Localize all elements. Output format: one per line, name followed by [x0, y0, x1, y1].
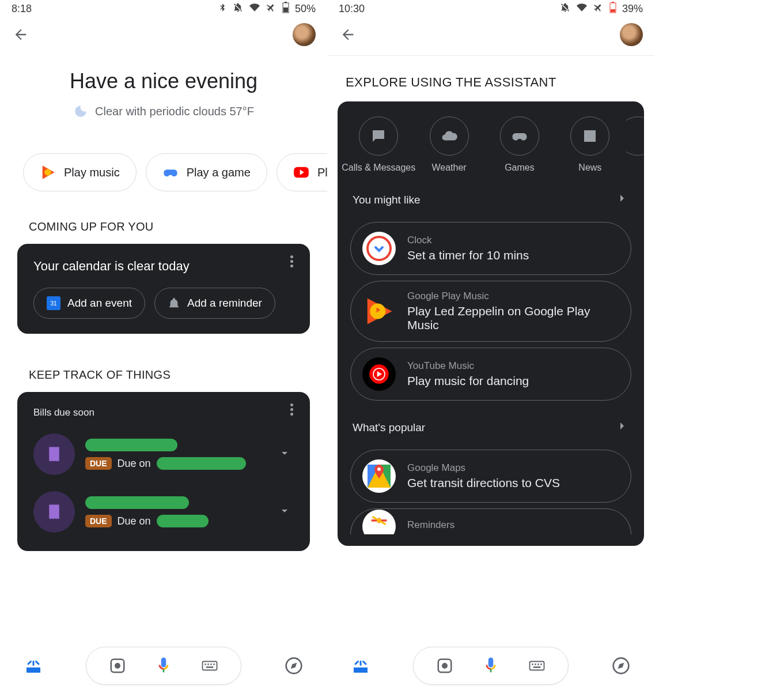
svg-point-9 — [115, 663, 120, 669]
app-bar — [327, 17, 654, 52]
wifi-icon — [576, 2, 588, 16]
youtube-music-icon — [362, 357, 396, 391]
keyboard-icon[interactable] — [527, 655, 547, 676]
explore-icon[interactable] — [611, 655, 631, 676]
svg-rect-40 — [533, 666, 541, 668]
chevron-right-icon[interactable] — [615, 191, 629, 208]
updates-icon[interactable] — [350, 655, 371, 676]
moon-icon — [73, 104, 88, 119]
card-more-button[interactable] — [283, 401, 300, 417]
status-time: 8:18 — [12, 3, 32, 15]
app-bar — [0, 17, 327, 52]
category-label: News — [578, 163, 601, 173]
back-button[interactable] — [12, 25, 30, 44]
svg-rect-2 — [283, 7, 288, 12]
svg-point-33 — [442, 663, 448, 669]
svg-rect-15 — [213, 663, 215, 665]
svg-point-21 — [368, 237, 391, 260]
svg-rect-19 — [612, 2, 614, 3]
sub-header-label: What's popular — [353, 421, 425, 434]
suggestion-app: Reminders — [407, 519, 455, 531]
category-weather[interactable]: Weather — [415, 116, 484, 173]
status-bar: 8:18 50% — [0, 0, 327, 17]
calendar-icon: 31 — [47, 296, 60, 310]
add-event-button[interactable]: 31 Add an event — [33, 288, 145, 319]
svg-rect-10 — [163, 669, 165, 672]
suggestion-maps[interactable]: Google Maps Get transit directions to CV… — [350, 450, 631, 503]
chip-label: Play music — [64, 166, 120, 179]
profile-avatar[interactable] — [293, 23, 316, 46]
keep-track-header: KEEP TRACK OF THINGS — [0, 357, 327, 392]
suggestion-action: Get transit directions to CVS — [407, 476, 560, 490]
airplane-icon — [593, 2, 604, 16]
pill-label: Add an event — [67, 297, 132, 310]
you-might-like-header[interactable]: You might like — [338, 179, 644, 216]
redacted-name — [85, 439, 177, 451]
suggestion-youtube-music[interactable]: YouTube Music Play music for dancing — [350, 348, 631, 401]
suggestion-clock[interactable]: Clock Set a timer for 10 mins — [350, 222, 631, 275]
category-news[interactable]: News — [555, 116, 624, 173]
receipt-icon — [33, 433, 75, 475]
add-reminder-button[interactable]: Add a reminder — [154, 288, 275, 319]
svg-rect-38 — [537, 663, 539, 665]
greeting-block: Have a nice evening Clear with periodic … — [0, 52, 327, 125]
category-games[interactable]: Games — [485, 116, 554, 173]
bottom-bar — [327, 636, 654, 694]
receipt-icon — [33, 491, 75, 533]
status-bar: 10:30 39% — [327, 0, 654, 17]
calendar-status: Your calendar is clear today — [33, 259, 294, 274]
mic-icon[interactable] — [153, 655, 174, 676]
lens-icon[interactable] — [107, 655, 128, 676]
bill-item[interactable]: DUE Due on — [33, 491, 294, 533]
due-badge: DUE — [85, 515, 112, 527]
keyboard-icon[interactable] — [199, 655, 220, 676]
explore-header: EXPLORE USING THE ASSISTANT — [327, 52, 654, 101]
svg-rect-35 — [530, 661, 544, 670]
svg-point-4 — [44, 169, 51, 176]
suggestion-reminders[interactable]: Reminders — [350, 508, 631, 534]
svg-rect-1 — [285, 2, 287, 3]
chip-label: Pla — [317, 166, 327, 179]
assistant-input-pill[interactable] — [413, 647, 569, 685]
battery-percent: 50% — [295, 3, 316, 15]
svg-rect-20 — [611, 9, 615, 12]
youtube-icon — [293, 164, 309, 180]
whats-popular-header[interactable]: What's popular — [338, 406, 644, 444]
explore-icon[interactable] — [283, 655, 304, 676]
redacted-name — [85, 496, 189, 509]
lens-icon[interactable] — [434, 655, 455, 676]
status-icons: 50% — [218, 2, 316, 16]
chevron-right-icon[interactable] — [615, 419, 629, 436]
battery-percent: 39% — [622, 3, 643, 15]
card-more-button[interactable] — [283, 253, 300, 269]
suggestion-app: Clock — [407, 235, 529, 246]
explore-card: Calls & Messages Weather Games News — [338, 101, 644, 546]
updates-icon[interactable] — [23, 655, 44, 676]
airplane-icon — [266, 2, 277, 16]
chip-youtube[interactable]: Pla — [277, 153, 327, 191]
mic-icon[interactable] — [480, 655, 501, 676]
coming-up-header: COMING UP FOR YOU — [0, 209, 327, 244]
bill-item[interactable]: DUE Due on — [33, 433, 294, 475]
expand-icon[interactable] — [278, 504, 294, 520]
svg-rect-39 — [540, 663, 542, 665]
back-button[interactable] — [339, 25, 357, 44]
svg-rect-13 — [207, 663, 209, 665]
expand-icon[interactable] — [278, 446, 294, 462]
chip-play-game[interactable]: Play a game — [146, 153, 267, 191]
profile-avatar[interactable] — [620, 23, 643, 46]
svg-rect-14 — [210, 663, 212, 665]
due-badge: DUE — [85, 457, 112, 470]
svg-rect-31 — [354, 667, 368, 673]
category-label: Weather — [431, 163, 466, 173]
category-more[interactable] — [626, 116, 643, 173]
category-row[interactable]: Calls & Messages Weather Games News — [338, 114, 644, 179]
wifi-icon — [249, 2, 260, 16]
assistant-input-pill[interactable] — [86, 647, 241, 685]
chip-play-music[interactable]: Play music — [23, 153, 137, 191]
bills-card: Bills due soon DUE Due on — [17, 392, 310, 551]
greeting-title: Have a nice evening — [12, 69, 316, 93]
quick-chip-row[interactable]: Play music Play a game Pla — [0, 125, 327, 209]
suggestion-play-music[interactable]: Google Play Music Play Led Zeppelin on G… — [350, 281, 631, 342]
category-calls[interactable]: Calls & Messages — [344, 116, 413, 173]
